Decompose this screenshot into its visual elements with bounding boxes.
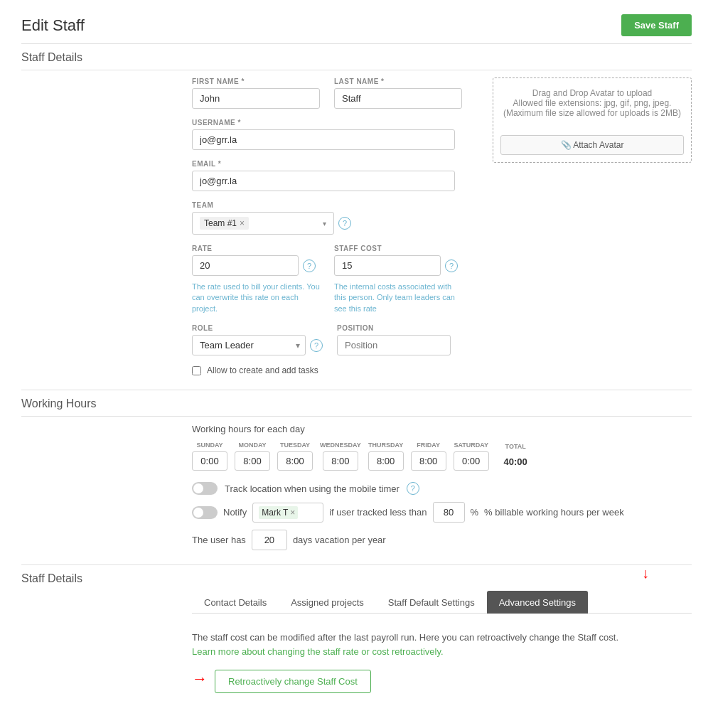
name-row: FIRST NAME * LAST NAME *	[192, 77, 478, 109]
form-fields: FIRST NAME * LAST NAME * USERNAME *	[192, 77, 478, 375]
email-row: EMAIL *	[192, 160, 478, 191]
wh-day-input[interactable]	[192, 451, 227, 471]
staff-details-bottom-section: Staff Details ↓ Contact Details Assigned…	[21, 572, 692, 700]
wh-total-input	[496, 453, 535, 471]
last-name-input[interactable]	[334, 88, 462, 109]
arrow-right-icon: →	[192, 670, 208, 688]
wh-day-label: WEDNESDAY	[320, 441, 361, 449]
wh-day-input[interactable]	[368, 451, 404, 471]
wh-day-label: FRIDAY	[417, 441, 440, 449]
team-tag-remove[interactable]: ×	[240, 218, 245, 228]
save-staff-button-top[interactable]: Save Staff	[621, 14, 692, 36]
arrow-down-icon: ↓	[642, 565, 649, 582]
wh-day-input[interactable]	[323, 451, 358, 471]
staff-details-title: Staff Details	[21, 51, 692, 70]
team-help-icon[interactable]: ?	[338, 217, 351, 230]
first-name-label: FIRST NAME *	[192, 77, 320, 85]
allow-tasks-checkbox[interactable]	[192, 366, 201, 375]
rate-help-icon[interactable]: ?	[303, 259, 316, 272]
notify-user-input[interactable]: Mark T ×	[252, 503, 323, 523]
wh-day-sunday: SUNDAY	[192, 441, 227, 471]
track-location-toggle[interactable]	[192, 482, 218, 495]
role-position-row: ROLE Team Leader Staff Manager ?	[192, 324, 478, 355]
username-row: USERNAME *	[192, 119, 478, 150]
team-select[interactable]: Team #1 × ▾	[192, 212, 334, 235]
email-input[interactable]	[192, 171, 455, 191]
staff-details-bottom-title: Staff Details	[21, 572, 82, 591]
staff-details-section: Staff Details FIRST NAME * LAST NAME *	[21, 51, 692, 375]
wh-day-tuesday: TUESDAY	[277, 441, 313, 471]
tab-advanced-settings[interactable]: Advanced Settings	[487, 591, 588, 614]
staff-cost-group: STAFF COST ? The internal costs associat…	[334, 245, 462, 314]
tab-staff-default-settings[interactable]: Staff Default Settings	[376, 591, 487, 614]
team-chevron-icon: ▾	[323, 220, 326, 228]
wh-day-monday: MONDAY	[235, 441, 270, 471]
bottom-header: Staff Details ↓	[21, 572, 692, 591]
tab-assigned-projects[interactable]: Assigned projects	[279, 591, 376, 614]
vacation-row: The user has days vacation per year	[21, 530, 692, 550]
advanced-description: The staff cost can be modified after the…	[192, 631, 692, 658]
username-group: USERNAME *	[192, 119, 455, 150]
wh-day-input[interactable]	[235, 451, 270, 471]
wh-day-friday: FRIDAY	[411, 441, 446, 471]
last-name-group: LAST NAME *	[334, 77, 462, 109]
form-layout: FIRST NAME * LAST NAME * USERNAME *	[21, 77, 692, 375]
role-select-wrapper: Team Leader Staff Manager	[192, 335, 306, 355]
advanced-learn-more-link[interactable]: Learn more about changing the staff rate…	[192, 646, 444, 657]
attach-avatar-button[interactable]: 📎 Attach Avatar	[500, 135, 684, 155]
track-location-label: Track location when using the mobile tim…	[225, 483, 400, 494]
tabs-area: Contact Details Assigned projects Staff …	[21, 591, 692, 700]
wh-total-label: TOTAL	[505, 443, 526, 450]
team-label: TEAM	[192, 201, 351, 209]
wh-day-thursday: THURSDAY	[368, 441, 404, 471]
avatar-dropzone[interactable]: Drag and Drop Avatar to upload Allowed f…	[493, 77, 692, 163]
vacation-input[interactable]	[252, 530, 287, 550]
working-hours-section: Working Hours Working hours for each day…	[21, 397, 692, 550]
tab-contact-details[interactable]: Contact Details	[192, 591, 279, 614]
wh-day-input[interactable]	[411, 451, 446, 471]
notify-user-tag: Mark T ×	[259, 506, 298, 519]
staff-cost-hint: The internal costs associated with this …	[334, 282, 462, 314]
tabs: Contact Details Assigned projects Staff …	[192, 591, 692, 614]
rate-group: RATE ? The rate used to bill your client…	[192, 245, 320, 314]
wh-day-label: THURSDAY	[368, 441, 403, 449]
team-tag: Team #1 ×	[200, 217, 249, 230]
paperclip-icon: 📎	[561, 140, 572, 150]
team-group: TEAM Team #1 × ▾ ?	[192, 201, 351, 235]
wh-day-input[interactable]	[277, 451, 313, 471]
working-hours-days: SUNDAY MONDAY TUESDAY WEDNESDAY THURSDAY…	[21, 441, 692, 471]
rate-label: RATE	[192, 245, 320, 252]
vacation-suffix: days vacation per year	[293, 535, 386, 545]
track-location-help-icon[interactable]: ?	[407, 482, 419, 495]
staff-cost-input-row: ?	[334, 255, 462, 276]
wh-day-label: MONDAY	[238, 441, 266, 449]
notify-percent-input[interactable]	[433, 502, 465, 523]
notify-tag-remove[interactable]: ×	[290, 508, 295, 518]
wh-day-label: SUNDAY	[196, 441, 223, 449]
role-select[interactable]: Team Leader Staff Manager	[192, 335, 306, 355]
staff-cost-help-icon[interactable]: ?	[445, 259, 458, 272]
position-input[interactable]	[337, 335, 451, 355]
notify-percent-icon: %	[471, 507, 479, 518]
last-name-label: LAST NAME *	[334, 77, 462, 85]
retroactive-change-button[interactable]: Retroactively change Staff Cost	[215, 670, 371, 693]
retro-button-row: → Retroactively change Staff Cost	[192, 664, 692, 693]
role-input-row: Team Leader Staff Manager ?	[192, 335, 323, 355]
allow-tasks-label: Allow to create and add tasks	[207, 365, 318, 375]
rate-hint: The rate used to bill your clients. You …	[192, 282, 320, 314]
notify-suffix: % billable working hours per week	[484, 507, 624, 518]
role-help-icon[interactable]: ?	[310, 339, 323, 352]
role-group: ROLE Team Leader Staff Manager ?	[192, 324, 323, 355]
first-name-input[interactable]	[192, 88, 320, 109]
working-hours-title: Working Hours	[21, 397, 692, 417]
notify-toggle[interactable]	[192, 506, 218, 519]
wh-day-input[interactable]	[454, 451, 489, 471]
first-name-group: FIRST NAME *	[192, 77, 320, 109]
advanced-content: The staff cost can be modified after the…	[192, 623, 692, 700]
wh-day-wednesday: WEDNESDAY	[320, 441, 361, 471]
username-input[interactable]	[192, 129, 455, 150]
wh-total: TOTAL	[496, 443, 535, 471]
staff-cost-input[interactable]	[334, 255, 441, 276]
team-select-container: Team #1 × ▾ ?	[192, 212, 351, 235]
rate-input[interactable]	[192, 255, 299, 276]
